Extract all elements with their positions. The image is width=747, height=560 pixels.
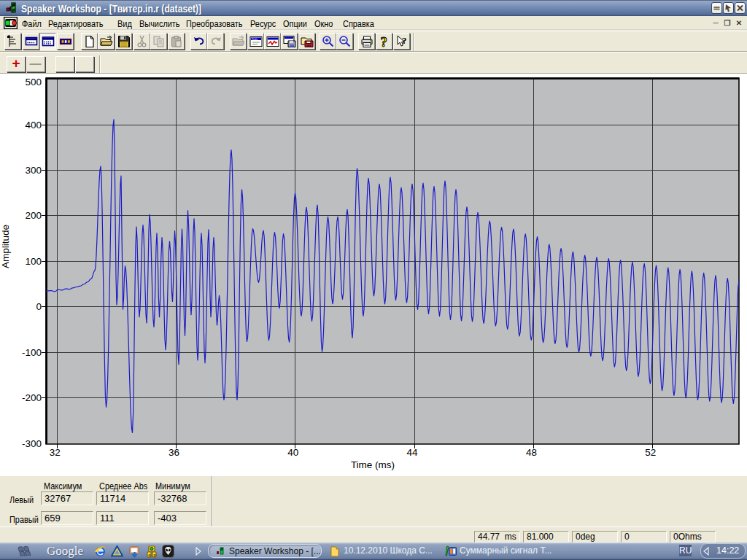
svg-text:-100: -100 — [22, 347, 42, 358]
svg-text:48: 48 — [526, 447, 537, 458]
svg-text:300: 300 — [25, 165, 42, 176]
svg-text:-300: -300 — [22, 438, 42, 449]
svg-text:Amplitude: Amplitude — [0, 225, 11, 268]
svg-text:400: 400 — [25, 120, 42, 131]
svg-text:200: 200 — [25, 210, 42, 221]
svg-text:44: 44 — [407, 447, 419, 458]
svg-text:q: q — [148, 553, 151, 557]
svg-text:40: 40 — [287, 447, 298, 458]
svg-text:p: p — [153, 553, 156, 557]
svg-text:Time (ms): Time (ms) — [351, 459, 395, 470]
svg-text:100: 100 — [25, 256, 42, 267]
svg-text:32: 32 — [50, 447, 61, 458]
svg-text:52: 52 — [645, 447, 656, 458]
svg-text:500: 500 — [25, 77, 42, 88]
svg-text:36: 36 — [169, 447, 179, 458]
svg-text:-200: -200 — [22, 392, 42, 403]
svg-text:0: 0 — [36, 301, 42, 312]
